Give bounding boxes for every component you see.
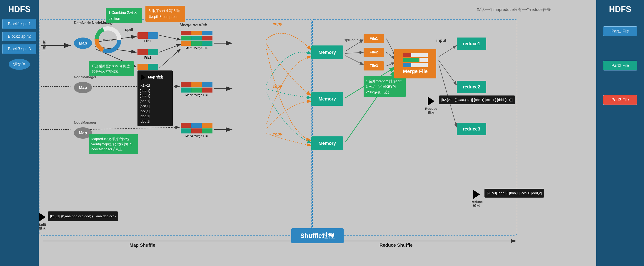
reduce2-box: reduce2 [457, 81, 486, 93]
svg-line-24 [438, 46, 457, 57]
block1-split1: Block1 split1 [2, 19, 36, 29]
map-output-box: Map 输出 [k2,v2] [aaa,1] [aaa,1] [bbb,1] [… [138, 71, 173, 126]
main-container: HDFS Block1 split1 Block2 split2 Block3 … [0, 0, 644, 266]
file1-bar: File1 [138, 32, 158, 43]
svg-line-10 [159, 49, 181, 68]
hdfs-left-panel: HDFS Block1 split1 Block2 split2 Block3 … [0, 0, 39, 266]
map2-oval: Map [74, 82, 92, 93]
merge-note: 1.合并merge 2.排序sort 3.分组（相同KEY的 value放在一起… [364, 76, 406, 97]
copy3-label: copy [273, 132, 282, 137]
memory2-box: Memory [311, 92, 343, 106]
map1-oval: Map [74, 38, 92, 49]
block3-split3: Block3 split3 [2, 44, 36, 54]
map2-merge-file: Map2-Merge File [181, 82, 212, 97]
source-file: 源文件 [9, 59, 30, 70]
copy2-label: copy [273, 84, 282, 89]
note-sort: 3.排序sort 4.写入磁盘spill 5.compress [146, 6, 185, 22]
copy1-label: copy [273, 22, 282, 26]
note-combine: 1.Combine 2.分区patition [106, 8, 142, 23]
reduce-output-area: Reduce 输出 [k3,v3] [aaa,2] [bbb,1] [ccc,1… [470, 189, 544, 208]
merge-file-box: Merge File [394, 49, 436, 78]
buffer-note: 环形缓冲区(100MB) 到达80%写入本地磁盘 [88, 61, 134, 76]
reduce1-box: reduce1 [457, 38, 486, 50]
hdfs-left-title: HDFS [8, 5, 30, 14]
split-input-area: Split输入 [k1,v1] {0,aaa bbb ccc ddd} {...… [39, 211, 118, 231]
svg-line-8 [159, 35, 181, 40]
shuffle-process-box: Shuffle过程 [291, 228, 344, 243]
reduce-file1: File1 [364, 34, 384, 43]
svg-line-23 [386, 63, 396, 66]
memory3-box: Memory [311, 136, 343, 150]
map-shuffle-label: Map Shuffle [130, 242, 155, 248]
svg-line-9 [159, 44, 181, 52]
input-label: input [42, 41, 46, 51]
middle-diagram-area: 默认一个mapreduce只有一个reduce任务 Map Shuffle Re… [39, 0, 596, 266]
reduce-input-area: Reduce 输入 [k2,{v2,...}] aaa,{1,1}] [bbb,… [425, 96, 515, 115]
reduce-file3: File3 [364, 61, 384, 71]
part2-file: Part2 File [603, 61, 637, 71]
header-note: 默认一个mapreduce只有一个reduce任务 [477, 7, 551, 12]
svg-text:One part: One part [103, 39, 113, 41]
file2-bar: File2 [138, 49, 158, 59]
map3-merge-file: Map3-Merge File [181, 123, 212, 138]
reduce-shuffle-label: Reduce Shuffle [380, 242, 413, 248]
map1-merge-file: Map1 Merge File [181, 31, 212, 50]
nodemanager2-label: NodeManager [74, 75, 96, 79]
svg-line-18 [346, 56, 364, 65]
reduce-file2: File2 [364, 48, 384, 57]
nodemanager3-label: NodeManager [74, 121, 96, 124]
spill-on-disk-label: spill on disk [344, 38, 363, 42]
hdfs-right-panel: HDFS Part1 File Part2 File Part3 File [596, 0, 644, 266]
block2-split2: Block2 split2 [2, 32, 36, 41]
svg-line-17 [346, 52, 364, 54]
mapreduce-note: Mapreduce必须打成jar包， yarn将map程序分发到每 个nodeM… [89, 134, 138, 154]
merge-on-disk-label: Merge on disk [180, 23, 207, 28]
donut-chart: One part [93, 25, 123, 55]
svg-line-14 [82, 127, 180, 130]
memory1-box: Memory [311, 46, 343, 59]
input-right-label: input [436, 38, 446, 43]
part3-file: Part3 File [603, 95, 637, 105]
part1-file: Part1 File [603, 26, 637, 36]
hdfs-right-title: HDFS [609, 5, 631, 14]
spill-label: spill [125, 27, 133, 32]
reduce3-box: reduce3 [457, 123, 486, 135]
